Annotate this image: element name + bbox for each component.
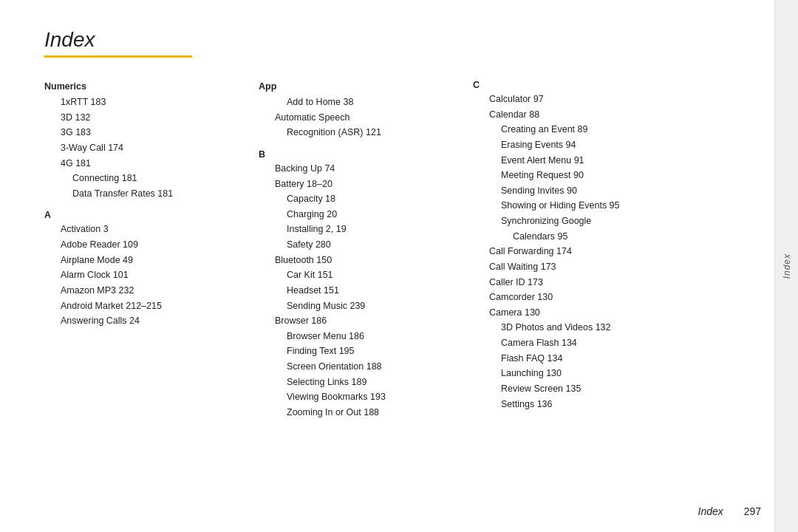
list-item: Erasing Events 94 (473, 137, 745, 153)
list-item: Backing Up 74 (259, 161, 466, 177)
list-item: Zooming In or Out 188 (259, 405, 466, 420)
list-item: Calendar 88 (473, 107, 745, 123)
list-item: Browser Menu 186 (259, 329, 466, 344)
title-section: Index (44, 28, 752, 58)
title-underline (44, 55, 192, 58)
list-item: Caller ID 173 (473, 275, 745, 290)
list-item: 3D 132 (44, 110, 251, 126)
column-mid: App Add to Home 38 Automatic Speech Reco… (259, 71, 473, 510)
list-item: 3D Photos and Videos 132 (473, 320, 745, 335)
page-title: Index (44, 28, 752, 52)
footer-label: Index (698, 505, 723, 517)
list-item: Calendars 95 (473, 229, 745, 245)
list-item: Showing or Hiding Events 95 (473, 198, 745, 214)
list-item: 3-Way Call 174 (44, 140, 251, 156)
list-item: Airplane Mode 49 (44, 253, 251, 268)
list-item: Recognition (ASR) 121 (259, 125, 466, 140)
list-item: Selecting Links 189 (259, 375, 466, 390)
list-item: Browser 186 (259, 313, 466, 329)
list-item: Camera Flash 134 (473, 335, 745, 351)
column-left: Numerics 1xRTT 183 3D 132 3G 183 3-Way C… (44, 71, 259, 510)
list-item: 1xRTT 183 (44, 95, 251, 110)
list-item: Installing 2, 19 (259, 222, 466, 237)
list-item: Camcorder 130 (473, 290, 745, 305)
list-item: Finding Text 195 (259, 344, 466, 359)
list-item: Screen Orientation 188 (259, 359, 466, 375)
list-item: Review Screen 135 (473, 381, 745, 397)
footer: Index 297 (698, 505, 762, 517)
column-right: C Calculator 97 Calendar 88 Creating an … (473, 71, 752, 510)
list-item: Sending Invites 90 (473, 183, 745, 199)
section-a: A (44, 210, 251, 220)
list-item: Event Alert Menu 91 (473, 153, 745, 168)
list-item: Call Forwarding 174 (473, 244, 745, 259)
list-item: Automatic Speech (259, 110, 466, 126)
list-item: Creating an Event 89 (473, 122, 745, 137)
list-item: Car Kit 151 (259, 267, 466, 283)
section-app: App (259, 81, 466, 92)
list-item: Charging 20 (259, 207, 466, 222)
page: Index Numerics 1xRTT 183 3D 132 3G 183 3… (0, 0, 798, 532)
columns-wrapper: Numerics 1xRTT 183 3D 132 3G 183 3-Way C… (44, 71, 752, 510)
section-numerics: Numerics (44, 81, 251, 92)
list-item: Settings 136 (473, 397, 745, 412)
footer-page: 297 (744, 505, 761, 517)
list-item: Capacity 18 (259, 191, 466, 207)
list-item: Flash FAQ 134 (473, 351, 745, 366)
list-item: 3G 183 (44, 125, 251, 140)
list-item: 4G 181 (44, 156, 251, 171)
list-item: Add to Home 38 (259, 95, 466, 110)
list-item: Alarm Clock 101 (44, 267, 251, 283)
side-tab: Index (774, 0, 798, 532)
list-item: Calculator 97 (473, 92, 745, 107)
list-item: Viewing Bookmarks 193 (259, 389, 466, 405)
list-item: Sending Music 239 (259, 299, 466, 314)
list-item: Adobe Reader 109 (44, 237, 251, 253)
list-item: Activation 3 (44, 222, 251, 237)
list-item: Bluetooth 150 (259, 253, 466, 268)
list-item: Launching 130 (473, 366, 745, 381)
side-tab-label: Index (782, 253, 792, 279)
list-item: Meeting Request 90 (473, 168, 745, 183)
section-c: C (473, 80, 745, 90)
list-item: Call Waiting 173 (473, 259, 745, 275)
list-item: Answering Calls 24 (44, 313, 251, 329)
list-item: Amazon MP3 232 (44, 283, 251, 299)
list-item: Safety 280 (259, 237, 466, 253)
list-item: Headset 151 (259, 283, 466, 299)
list-item: Connecting 181 (44, 171, 251, 186)
list-item: Synchronizing Google (473, 214, 745, 229)
list-item: Android Market 212–215 (44, 299, 251, 314)
main-content: Index Numerics 1xRTT 183 3D 132 3G 183 3… (0, 0, 774, 532)
list-item: Battery 18–20 (259, 177, 466, 192)
list-item: Data Transfer Rates 181 (44, 186, 251, 202)
section-b: B (259, 149, 466, 160)
list-item: Camera 130 (473, 305, 745, 321)
